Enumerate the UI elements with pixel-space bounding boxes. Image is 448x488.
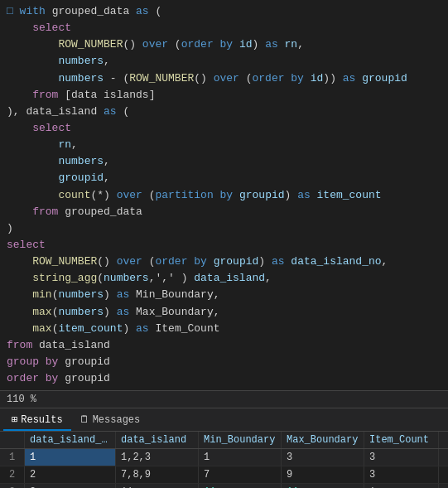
row-1-data-island: 1,2,3: [116, 449, 199, 466]
row-3-data-island-no: 3: [25, 484, 116, 488]
code-line-1: □ with grouped_data as (: [0, 3, 448, 20]
code-line-9: rn ,: [0, 137, 448, 153]
results-tabs: ⊞ Results 🗒 Messages: [0, 408, 448, 432]
tab-messages[interactable]: 🗒 Messages: [71, 410, 149, 431]
row-1-data-island-no: 1: [25, 449, 116, 466]
code-line-20: max ( item_count ) as Item_Count: [0, 321, 448, 337]
code-line-14: ): [0, 220, 448, 237]
code-line-8: select: [0, 120, 448, 137]
table-row[interactable]: 2 2 7,8,9 7 9 3: [0, 466, 448, 484]
row-1-min-boundary: 1: [199, 449, 282, 466]
code-line-10: numbers ,: [0, 153, 448, 170]
code-line-12: count (*) over ( partition by groupid ) …: [0, 187, 448, 204]
grid-header-row: data_island_no data_island Min_Boundary …: [0, 432, 448, 449]
collapse-icon[interactable]: □: [7, 3, 13, 20]
code-line-6: from [data islands]: [0, 87, 448, 104]
row-2-min-boundary: 7: [199, 466, 282, 483]
code-line-11: groupid ,: [0, 170, 448, 186]
row-1-item-count: 3: [364, 449, 439, 466]
code-line-2: select: [0, 20, 448, 36]
code-line-15: select: [0, 237, 448, 254]
code-line-5: numbers - ( ROW_NUMBER () over ( order b…: [0, 70, 448, 87]
tab-messages-label: Messages: [93, 414, 141, 426]
code-line-4: numbers ,: [0, 53, 448, 70]
row-3-max-boundary: 11: [282, 484, 364, 488]
row-3-item-count: 1: [364, 484, 439, 488]
col-data-island-no-header: data_island_no: [25, 432, 116, 448]
message-icon: 🗒: [79, 413, 89, 426]
col-min-boundary-header: Min_Boundary: [199, 432, 282, 448]
col-rownum-header: [0, 432, 25, 448]
row-3-min-boundary: 11: [199, 484, 282, 488]
row-1-num: 1: [0, 449, 25, 466]
table-icon: ⊞: [12, 413, 17, 426]
results-grid: data_island_no data_island Min_Boundary …: [0, 432, 448, 488]
code-line-13: from grouped_data: [0, 204, 448, 220]
col-max-boundary-header: Max_Boundary: [282, 432, 364, 448]
row-3-data-island: 11: [116, 484, 199, 488]
row-1-max-boundary: 3: [282, 449, 364, 466]
row-2-max-boundary: 9: [282, 466, 364, 483]
col-item-count-header: Item_Count: [364, 432, 439, 448]
status-bar: 110 %: [0, 391, 448, 408]
zoom-level: 110 %: [7, 394, 36, 405]
table-row[interactable]: 3 3 11 11 11 1: [0, 484, 448, 488]
code-line-22: group by groupid: [0, 354, 448, 370]
row-2-data-island: 7,8,9: [116, 466, 199, 483]
row-3-num: 3: [0, 484, 25, 488]
col-data-island-header: data_island: [116, 432, 199, 448]
code-line-19: max ( numbers ) as Max_Boundary,: [0, 304, 448, 321]
code-line-23: order by groupid: [0, 370, 448, 387]
row-2-num: 2: [0, 466, 25, 483]
code-line-7: ), data_island as (: [0, 104, 448, 120]
code-line-16: ROW_NUMBER () over ( order by groupid ) …: [0, 254, 448, 270]
row-2-data-island-no: 2: [25, 466, 116, 483]
code-line-21: from data_island: [0, 337, 448, 354]
code-line-18: min ( numbers ) as Min_Boundary,: [0, 287, 448, 303]
code-editor[interactable]: □ with grouped_data as ( select ROW_NUMB…: [0, 0, 448, 391]
tab-results-label: Results: [21, 414, 62, 426]
code-line-17: string_agg ( numbers ,',' ) data_island …: [0, 270, 448, 287]
tab-results[interactable]: ⊞ Results: [3, 410, 71, 431]
table-row[interactable]: 1 1 1,2,3 1 3 3: [0, 449, 448, 466]
code-line-3: ROW_NUMBER () over ( order by id ) as rn…: [0, 36, 448, 53]
row-2-item-count: 3: [364, 466, 439, 483]
